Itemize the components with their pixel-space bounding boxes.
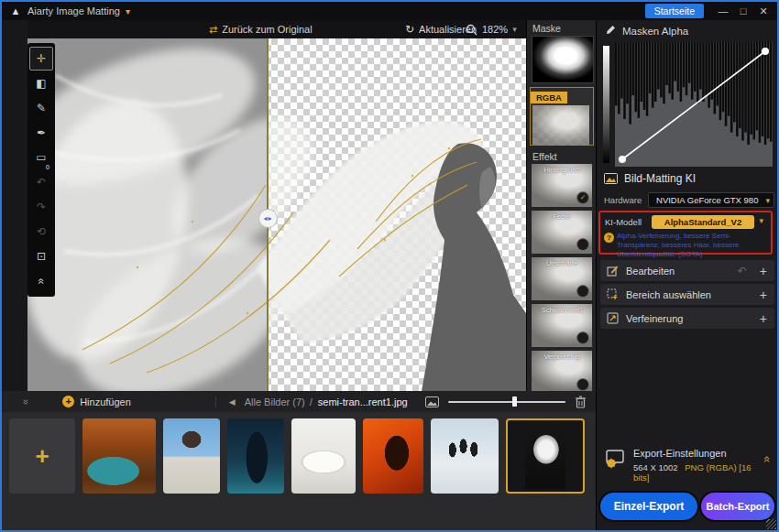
effect-toggle-icon[interactable] — [576, 238, 589, 251]
tool-roller[interactable]: ▭ 0 — [29, 146, 53, 169]
compare-slider-handle[interactable]: ◂▸ — [258, 209, 278, 228]
batch-export-button[interactable]: Batch-Export — [701, 493, 774, 520]
alpha-gradient-strip — [603, 46, 609, 163]
model-hint: ? Alpha-Verfeinerung, bessere Semi-Trans… — [604, 232, 769, 259]
effect-toggle-icon[interactable] — [576, 331, 589, 344]
single-export-button[interactable]: Einzel-Export — [600, 493, 697, 520]
close-button[interactable]: ✕ — [753, 5, 774, 17]
filmstrip-collapse-icon[interactable]: « — [22, 396, 27, 407]
file-bar: « + Hinzufügen ◀ Alle Bilder (7) / semi-… — [2, 391, 596, 412]
roller-count-badge: 0 — [46, 164, 49, 170]
gallery-thumbnail-car[interactable] — [82, 418, 156, 494]
delete-icon[interactable] — [575, 396, 587, 408]
section-expand-icon[interactable]: + — [760, 264, 767, 278]
canvas-toolbar: ⇄ Zurück zum Original ↻ Aktualisieren 18… — [27, 20, 526, 38]
tool-crop[interactable]: ⊡ — [29, 244, 53, 268]
image-canvas[interactable]: ◂▸ ✛ ◧ ✎ ✒ ▭ 0 ↶ ↷ ⟲ ⊡ « — [27, 38, 526, 391]
tool-eraser[interactable]: ◧ — [29, 71, 53, 95]
export-settings-title: Export-Einstellungen — [633, 448, 764, 459]
rgba-figure — [532, 105, 589, 146]
effect-schwarzweiss[interactable]: Schwarzweiß — [532, 304, 592, 347]
curve-handle-high[interactable] — [762, 48, 769, 55]
rgba-preview-container[interactable]: RGBA — [530, 87, 594, 146]
back-arrow-icon[interactable]: ◀ — [229, 397, 236, 407]
breadcrumb-separator: / — [310, 396, 313, 407]
divider — [215, 396, 216, 407]
select-area-icon — [607, 288, 619, 300]
curve-handle-low[interactable] — [619, 156, 626, 163]
effect-check-icon[interactable]: ✓ — [576, 191, 589, 204]
maximize-button[interactable]: □ — [733, 5, 753, 16]
gallery-thumbnail-dove-selected[interactable] — [506, 418, 585, 494]
gallery-thumbnail-silhouette[interactable] — [363, 418, 423, 494]
tool-brush[interactable]: ✒ — [29, 121, 53, 145]
export-settings[interactable]: Export-Einstellungen 564 X 1002 PNG (RGB… — [600, 445, 774, 482]
tool-move[interactable]: ✛ — [29, 47, 53, 71]
compare-icon: ⇄ — [209, 24, 217, 36]
effect-feder[interactable]: Feder — [532, 211, 592, 254]
export-collapse-icon[interactable]: « — [764, 452, 771, 482]
mask-preview-thumbnail[interactable] — [532, 36, 594, 83]
effect-hintergrund[interactable]: Hintergrund ✓ — [532, 164, 592, 207]
thumbnail-size-slider[interactable] — [448, 396, 565, 407]
model-select[interactable]: AlphaStandard_V2 — [652, 215, 754, 229]
breadcrumb-all-images[interactable]: Alle Bilder (7) — [245, 396, 305, 407]
model-chevron-icon[interactable]: ▾ — [759, 216, 763, 225]
effect-section-label: Effekt — [532, 151, 596, 162]
right-panel: Masken Alpha Bild-Matting KI Hardware NV… — [596, 20, 777, 530]
tool-reset[interactable]: ⟲ — [29, 220, 53, 244]
model-label: KI-Modell — [605, 217, 642, 227]
section-verfeinerung[interactable]: Verfeinerung + — [600, 308, 774, 329]
edit-icon — [607, 265, 619, 277]
section-bearbeiten[interactable]: Bearbeiten ↶ + — [600, 260, 774, 281]
image-ai-icon — [604, 173, 618, 184]
help-icon[interactable]: ? — [604, 233, 614, 243]
model-hint-text: Alpha-Verfeinerung, bessere Semi-Transpa… — [617, 232, 769, 259]
gallery-thumbnail-fashion-model[interactable] — [227, 418, 284, 494]
gallery-thumbnail-sofa[interactable] — [291, 418, 356, 494]
effect-verpixelung[interactable]: Verpixelung — [532, 351, 592, 394]
home-button[interactable]: Startseite — [645, 4, 704, 18]
section-bereich-auswaehlen[interactable]: Bereich auswählen + — [600, 284, 774, 305]
eyedropper-icon — [604, 25, 616, 37]
section-expand-icon[interactable]: + — [760, 311, 767, 326]
effect-toggle-icon[interactable] — [576, 285, 589, 298]
palette-collapse-button[interactable]: « — [29, 269, 53, 293]
effect-list: Hintergrund ✓ Feder Unschärfe Schwarzwei… — [527, 164, 596, 394]
add-image-button[interactable]: + Hinzufügen — [62, 396, 131, 407]
rgba-preview-thumbnail[interactable] — [532, 105, 589, 146]
refresh-icon: ↻ — [405, 23, 414, 36]
gallery-thumbnail-skateboarder[interactable] — [163, 418, 220, 494]
mask-section-label: Maske — [532, 23, 596, 34]
back-to-original-button[interactable]: ⇄ Zurück zum Original — [209, 20, 313, 38]
zoom-level: 182% — [482, 24, 508, 35]
hardware-row: Hardware NVIDIA GeForce GTX 980 ▾ — [602, 192, 773, 209]
back-to-original-label: Zurück zum Original — [222, 24, 312, 35]
left-rail — [2, 20, 27, 391]
tool-redo[interactable]: ↷ — [29, 195, 53, 219]
resize-grip[interactable] — [766, 519, 776, 529]
rgba-badge: RGBA — [531, 92, 567, 103]
tool-undo[interactable]: ↶ — [29, 170, 53, 194]
effect-toggle-icon[interactable] — [576, 378, 589, 391]
app-window: ▲ Aiarty Image Matting ▾ Startseite — □ … — [0, 0, 779, 532]
image-gallery: + — [2, 412, 596, 530]
gallery-thumbnail-jumping-people[interactable] — [431, 418, 499, 494]
preview-strip: Maske RGBA Effekt Hintergrund ✓ Feder Un… — [526, 20, 596, 391]
title-menu-chevron-icon[interactable]: ▾ — [126, 6, 130, 16]
masks-alpha-header: Masken Alpha — [604, 25, 688, 37]
hardware-select[interactable]: NVIDIA GeForce GTX 980 ▾ — [648, 192, 774, 208]
app-logo-icon: ▲ — [9, 5, 22, 17]
effect-unschaerfe[interactable]: Unschärfe — [532, 257, 592, 300]
alpha-histogram-panel[interactable] — [602, 42, 773, 167]
tool-pencil[interactable]: ✎ — [29, 96, 53, 120]
export-dimensions: 564 X 1002 — [633, 462, 678, 472]
alpha-curve-chart[interactable] — [615, 42, 773, 167]
minimize-button[interactable]: — — [713, 5, 733, 16]
section-expand-icon[interactable]: + — [760, 288, 767, 302]
slider-handle[interactable] — [512, 396, 517, 407]
section-undo-icon[interactable]: ↶ — [738, 265, 747, 277]
tool-palette: ✛ ◧ ✎ ✒ ▭ 0 ↶ ↷ ⟲ ⊡ « — [27, 43, 55, 297]
zoom-control[interactable]: 182% ▾ — [466, 20, 517, 38]
gallery-add-tile[interactable]: + — [9, 418, 75, 494]
